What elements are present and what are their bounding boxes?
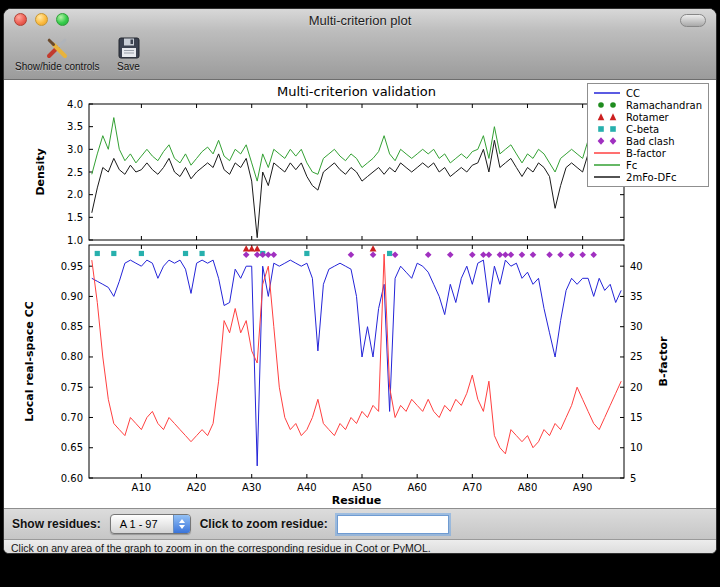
svg-text:0.60: 0.60 — [61, 473, 83, 484]
svg-text:40: 40 — [630, 261, 643, 272]
status-bar: Click on any area of the graph to zoom i… — [4, 539, 716, 554]
svg-text:0.95: 0.95 — [61, 261, 83, 272]
screen: Multi-criterion plot Show/hide controls — [0, 0, 720, 587]
legend-marker-icon — [592, 124, 622, 134]
legend-entry-rotamer: Rotamer — [592, 111, 702, 123]
legend-marker-icon — [592, 100, 622, 110]
show-residues-label: Show residues: — [12, 517, 101, 531]
svg-text:1.0: 1.0 — [67, 235, 83, 246]
legend-entry-c-beta: C-beta — [592, 123, 702, 135]
close-button[interactable] — [14, 13, 27, 26]
zoom-residue-input[interactable] — [337, 515, 449, 534]
svg-text:Residue: Residue — [332, 494, 381, 507]
svg-text:20: 20 — [630, 382, 643, 393]
toolbar-toggle-button[interactable] — [680, 14, 706, 27]
toolbar: Show/hide controls Save — [4, 31, 716, 80]
legend-marker-icon — [592, 148, 622, 158]
svg-text:35: 35 — [630, 291, 643, 302]
svg-text:15: 15 — [630, 412, 643, 423]
svg-text:0.70: 0.70 — [61, 412, 83, 423]
svg-text:2.5: 2.5 — [67, 167, 83, 178]
legend-entry-fc: Fc — [592, 159, 702, 171]
svg-text:10: 10 — [630, 442, 643, 453]
save-icon — [116, 35, 142, 61]
legend-label: B-factor — [626, 148, 666, 159]
legend-label: CC — [626, 88, 640, 99]
svg-text:0.75: 0.75 — [61, 382, 83, 393]
legend-label: 2mFo-DFc — [626, 172, 676, 183]
multi-criterion-plot[interactable]: Multi-criterion validation1.01.52.02.53.… — [4, 80, 716, 508]
legend-label: C-beta — [626, 124, 659, 135]
svg-text:0.90: 0.90 — [61, 291, 83, 302]
legend-marker-icon — [592, 172, 622, 182]
legend-label: Ramachandran — [626, 100, 702, 111]
show-hide-controls-button[interactable]: Show/hide controls — [10, 33, 105, 74]
legend-entry-bad-clash: Bad clash — [592, 135, 702, 147]
traffic-lights — [14, 13, 69, 26]
toolbar-button-label: Show/hide controls — [15, 61, 100, 72]
plot-legend: CCRamachandranRotamerC-betaBad clashB-fa… — [587, 83, 709, 187]
window-title: Multi-criterion plot — [4, 13, 716, 28]
svg-text:Local real-space CC: Local real-space CC — [23, 301, 36, 422]
legend-entry-2mfo-dfc: 2mFo-DFc — [592, 171, 702, 183]
svg-text:A60: A60 — [407, 482, 427, 493]
svg-text:A50: A50 — [352, 482, 372, 493]
legend-marker-icon — [592, 88, 622, 98]
legend-label: Bad clash — [626, 136, 674, 147]
svg-text:A70: A70 — [463, 482, 483, 493]
svg-text:A80: A80 — [518, 482, 538, 493]
chain-range-select[interactable]: A 1 - 97 — [110, 514, 191, 534]
zoom-residue-label: Click to zoom residue: — [200, 517, 328, 531]
svg-text:5: 5 — [630, 473, 636, 484]
svg-text:30: 30 — [630, 321, 643, 332]
svg-text:B-factor: B-factor — [657, 336, 670, 386]
svg-text:0.85: 0.85 — [61, 321, 83, 332]
svg-text:25: 25 — [630, 351, 643, 362]
legend-marker-icon — [592, 112, 622, 122]
minimize-button[interactable] — [35, 13, 48, 26]
app-window: Multi-criterion plot Show/hide controls — [3, 8, 717, 554]
status-text: Click on any area of the graph to zoom i… — [11, 542, 431, 554]
toolbar-button-label: Save — [117, 61, 140, 72]
svg-text:A10: A10 — [132, 482, 152, 493]
svg-text:3.0: 3.0 — [67, 144, 83, 155]
svg-text:Multi-criterion validation: Multi-criterion validation — [277, 84, 436, 99]
svg-text:A90: A90 — [573, 482, 593, 493]
svg-text:A40: A40 — [297, 482, 317, 493]
svg-text:Density: Density — [34, 148, 47, 195]
svg-text:3.5: 3.5 — [67, 121, 83, 132]
zoom-window-button[interactable] — [56, 13, 69, 26]
popup-stepper-icon — [173, 515, 190, 533]
svg-text:0.80: 0.80 — [61, 351, 83, 362]
legend-label: Rotamer — [626, 112, 669, 123]
tools-icon — [44, 35, 70, 61]
save-button[interactable]: Save — [111, 33, 147, 74]
svg-text:1.5: 1.5 — [67, 212, 83, 223]
control-bar: Show residues: A 1 - 97 Click to zoom re… — [4, 508, 716, 539]
legend-marker-icon — [592, 160, 622, 170]
svg-text:A20: A20 — [187, 482, 207, 493]
legend-entry-ramachandran: Ramachandran — [592, 99, 702, 111]
legend-marker-icon — [592, 136, 622, 146]
titlebar[interactable]: Multi-criterion plot — [4, 9, 716, 31]
legend-entry-b-factor: B-factor — [592, 147, 702, 159]
svg-text:2.0: 2.0 — [67, 189, 83, 200]
svg-text:4.0: 4.0 — [67, 99, 83, 110]
legend-entry-cc: CC — [592, 87, 702, 99]
chain-range-value: A 1 - 97 — [111, 515, 173, 533]
svg-text:0.65: 0.65 — [61, 442, 83, 453]
svg-text:A30: A30 — [242, 482, 262, 493]
legend-label: Fc — [626, 160, 637, 171]
